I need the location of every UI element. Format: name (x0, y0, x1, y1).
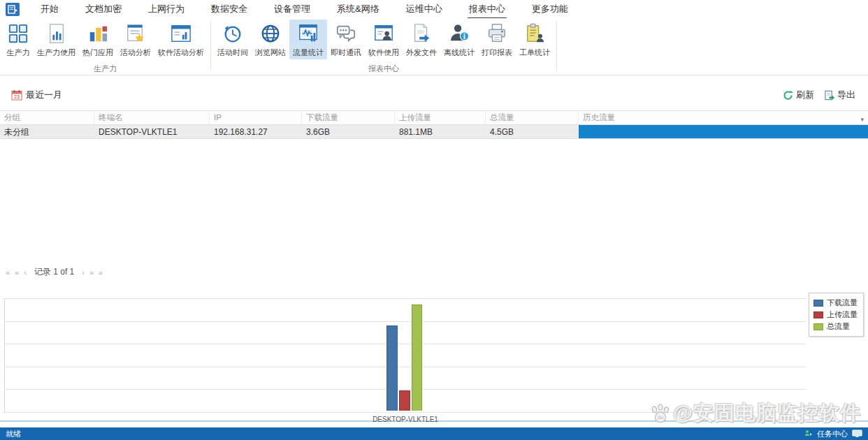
ribbon-btn-outgoing-files[interactable]: 外发文件 (403, 20, 440, 59)
grid-icon (6, 22, 30, 45)
tab-data-security[interactable]: 数据安全 (210, 0, 249, 19)
ribbon-group-productivity: 生产力 生产力使用 (0, 18, 210, 75)
ribbon-btn-label: 软件活动分析 (158, 47, 204, 58)
status-right-area: 任务中心 (804, 429, 862, 439)
col-header-total[interactable]: 总流量 (486, 111, 579, 124)
ribbon-btn-label: 外发文件 (406, 47, 437, 58)
pager-last-button[interactable]: » (99, 267, 103, 277)
ribbon-btn-label: 流量统计 (293, 47, 324, 58)
clock-history-icon (221, 22, 245, 45)
legend-item-download[interactable]: 下载流量 (813, 297, 858, 309)
ribbon-group-report-center: 活动时间 浏览网站 (211, 18, 556, 75)
bar-upload[interactable] (399, 390, 410, 411)
column-filter-arrow-icon[interactable]: ▾ (860, 113, 864, 124)
ribbon-btn-activity-time[interactable]: 活动时间 (214, 20, 252, 59)
printer-icon (485, 22, 509, 45)
bar-total[interactable] (412, 305, 422, 411)
bar-download[interactable] (386, 325, 398, 411)
status-ready-label: 就绪 (6, 429, 21, 439)
pager-first-button[interactable]: « (6, 267, 10, 277)
legend-item-upload[interactable]: 上传流量 (813, 309, 858, 321)
tab-more-features[interactable]: 更多功能 (530, 0, 570, 19)
window-chart-icon (169, 22, 193, 45)
record-navigator: « « ‹ 记录 1 of 1 › » » (6, 266, 103, 278)
ribbon-btn-hot-apps[interactable]: 热门应用 (79, 20, 117, 59)
ribbon-group-label: 生产力 (0, 64, 210, 74)
task-center-icon (804, 430, 813, 438)
col-header-history-label: 历史流量 (583, 113, 615, 122)
ribbon-btn-ticket-stats[interactable]: 工单统计 (516, 20, 554, 59)
table-row[interactable]: 未分组 DESKTOP-VLKTLE1 192.168.31.27 3.6GB … (0, 125, 868, 139)
tab-report-center[interactable]: 报表中心 (468, 0, 507, 19)
pager-next-button[interactable]: › (82, 267, 85, 277)
export-label: 导出 (837, 89, 855, 101)
refresh-label: 刷新 (796, 89, 814, 101)
pager-next-page-button[interactable]: » (89, 267, 94, 277)
col-header-history[interactable]: 历史流量 ▾ (579, 111, 868, 124)
traffic-bar-chart: DESKTOP-VLKTLE1 下载流量 上传流量 总流量 (0, 290, 868, 422)
ribbon-btn-productivity-usage[interactable]: 生产力使用 (34, 20, 79, 59)
window-person-icon (372, 22, 396, 45)
export-icon (824, 90, 834, 101)
svg-text:23: 23 (14, 94, 20, 99)
app-window: 开始 文档加密 上网行为 数据安全 设备管理 系统&网络 运维中心 报表中心 更… (0, 0, 868, 440)
doc-arrow-icon (410, 22, 433, 45)
menu-tabs: 开始 文档加密 上网行为 数据安全 设备管理 系统&网络 运维中心 报表中心 更… (39, 0, 570, 19)
col-header-group[interactable]: 分组 (0, 111, 94, 124)
cell-upload: 881.1MB (395, 125, 486, 138)
task-center-button[interactable]: 任务中心 (817, 429, 848, 439)
ribbon-btn-traffic-stats[interactable]: 流量统计 (289, 20, 327, 59)
pager-prev-page-button[interactable]: « (15, 267, 19, 277)
app-menu-button[interactable] (6, 3, 20, 16)
tab-ops-center[interactable]: 运维中心 (405, 0, 444, 19)
ribbon-btn-browse-sites[interactable]: 浏览网站 (252, 20, 289, 59)
tab-start[interactable]: 开始 (39, 0, 60, 19)
menu-bar: 开始 文档加密 上网行为 数据安全 设备管理 系统&网络 运维中心 报表中心 更… (0, 0, 868, 18)
ribbon-btn-label: 生产力使用 (37, 47, 75, 58)
ribbon-btn-label: 工单统计 (519, 47, 550, 58)
table-header-row: 分组 终端名 IP 下载流量 上传流量 总流量 历史流量 ▾ (0, 110, 868, 125)
ribbon-btn-software-usage[interactable]: 软件使用 (365, 20, 403, 59)
tab-web-behavior[interactable]: 上网行为 (147, 0, 186, 19)
ribbon-btn-offline-stats[interactable]: 离线统计 (440, 20, 478, 59)
doc-chart-icon (45, 22, 68, 45)
legend-swatch-total (813, 323, 823, 330)
status-bar: 就绪 任务中心 (0, 427, 868, 440)
ribbon-btn-software-activity[interactable]: 软件活动分析 (154, 20, 208, 59)
date-range-label: 最近一月 (26, 89, 62, 101)
date-range-filter[interactable]: 23 最近一月 (11, 89, 62, 101)
ribbon-btn-instant-messaging[interactable]: 即时通讯 (327, 20, 365, 59)
monitor-icon[interactable] (852, 430, 862, 438)
ribbon-btn-productivity[interactable]: 生产力 (3, 20, 34, 59)
legend-item-total[interactable]: 总流量 (813, 321, 858, 332)
ribbon-btn-label: 活动时间 (217, 47, 248, 58)
history-traffic-bar (579, 125, 868, 138)
ribbon-btn-label: 软件使用 (368, 47, 399, 58)
col-header-ip[interactable]: IP (210, 111, 302, 124)
filter-actions: 刷新 导出 (783, 89, 855, 101)
ribbon-btn-print-report[interactable]: 打印报表 (478, 20, 516, 59)
app-logo-icon (8, 5, 17, 14)
col-header-terminal[interactable]: 终端名 (94, 111, 210, 124)
ribbon-btn-activity-analysis[interactable]: 活动分析 (117, 20, 154, 59)
traffic-table: 分组 终端名 IP 下载流量 上传流量 总流量 历史流量 ▾ 未分组 DESKT… (0, 110, 868, 139)
ribbon-btn-label: 活动分析 (120, 47, 151, 58)
pager-prev-button[interactable]: ‹ (24, 267, 27, 277)
tab-system-network[interactable]: 系统&网络 (335, 0, 381, 19)
tab-device-mgmt[interactable]: 设备管理 (273, 0, 312, 19)
col-header-upload[interactable]: 上传流量 (395, 111, 486, 124)
calendar-icon: 23 (11, 89, 22, 101)
refresh-button[interactable]: 刷新 (783, 89, 814, 101)
ribbon-btn-label: 离线统计 (444, 47, 475, 58)
export-button[interactable]: 导出 (824, 89, 855, 101)
chart-legend: 下载流量 上传流量 总流量 (809, 293, 864, 337)
chat-icon (334, 22, 358, 45)
ribbon-btn-label: 即时通讯 (331, 47, 361, 58)
cell-history (579, 125, 868, 138)
globe-icon (259, 22, 282, 45)
cell-group: 未分组 (0, 125, 94, 138)
tab-doc-encrypt[interactable]: 文档加密 (84, 0, 123, 19)
col-header-download[interactable]: 下载流量 (302, 111, 395, 124)
cell-terminal: DESKTOP-VLKTLE1 (94, 125, 210, 138)
person-info-icon (447, 22, 471, 45)
